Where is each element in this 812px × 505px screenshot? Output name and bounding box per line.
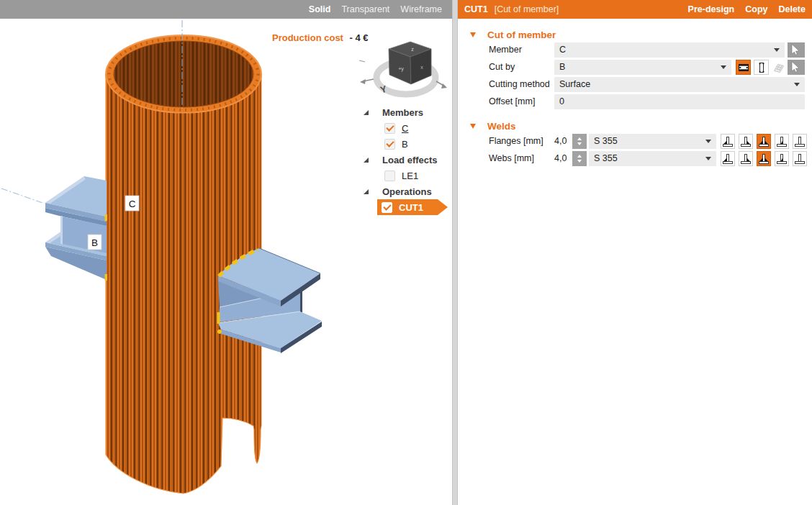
cutting-method-label: Cutting method: [489, 79, 550, 89]
spin-up-icon[interactable]: [577, 137, 582, 140]
section-title: Cut of member: [487, 29, 556, 40]
spin-down-icon[interactable]: [577, 142, 582, 145]
check-icon: [386, 139, 394, 147]
tree-section-members[interactable]: Members: [358, 104, 454, 120]
cube-face-z[interactable]: z: [411, 47, 414, 52]
cutby-member-surface-button[interactable]: [736, 60, 751, 75]
member-select[interactable]: C: [554, 42, 785, 58]
checkbox-member-b[interactable]: [384, 139, 395, 150]
row-cut-by: Cut by B: [458, 60, 812, 76]
section-cut-of-member[interactable]: Cut of member: [458, 27, 812, 42]
weld-left-icon: [721, 135, 734, 148]
delete-button[interactable]: Delete: [778, 4, 806, 14]
weld-both-icon: [757, 153, 770, 165]
webs-weld-left-button[interactable]: [721, 151, 735, 166]
member-label-b-tag: B: [88, 235, 102, 250]
check-icon: [386, 123, 394, 131]
expander-icon[interactable]: [364, 189, 369, 194]
flanges-weld-right-button[interactable]: [739, 134, 753, 149]
pre-design-button[interactable]: Pre-design: [688, 4, 735, 14]
spin-down-icon[interactable]: [577, 160, 582, 163]
flanges-weld-left-button[interactable]: [721, 134, 735, 149]
ring-arrow-left-icon[interactable]: [360, 79, 366, 84]
weld-mark-bottom-flange[interactable]: [217, 329, 222, 334]
cutby-select[interactable]: B: [554, 60, 731, 75]
production-cost-value: - 4 €: [350, 32, 369, 43]
plate-section-icon: [755, 61, 768, 74]
3d-viewport[interactable]: C B z +y x Y: [0, 19, 452, 505]
section-welds[interactable]: Welds: [458, 118, 812, 134]
webs-label: Webs [mm]: [489, 153, 534, 163]
flanges-weld-none-button[interactable]: [793, 134, 807, 149]
member-c-cylinder[interactable]: [106, 20, 261, 493]
flanges-label: Flanges [mm]: [489, 136, 543, 146]
cube-face-y[interactable]: +y: [398, 66, 404, 72]
member-b-beam-left[interactable]: [45, 176, 107, 281]
checkbox-le1[interactable]: [384, 170, 395, 181]
row-offset: Offset [mm] 0: [458, 94, 812, 110]
expander-icon[interactable]: [364, 158, 369, 163]
member-b-beam-right[interactable]: [217, 248, 322, 353]
cube-face-x[interactable]: x: [420, 65, 423, 70]
weld-right-icon: [739, 153, 752, 165]
flanges-weld-butt-button[interactable]: [775, 134, 789, 149]
checkbox-member-c[interactable]: [384, 123, 395, 134]
panel-splitter[interactable]: [452, 0, 458, 505]
navigation-cube[interactable]: z +y x Y: [359, 42, 447, 96]
3d-scene: C B z +y x Y: [0, 19, 452, 505]
webs-size-value[interactable]: 4,0: [554, 153, 573, 163]
webs-material-select[interactable]: S 355: [589, 151, 716, 166]
weld-left-icon: [721, 153, 734, 165]
webs-size-stepper[interactable]: [572, 151, 587, 166]
ring-tick-icon: [359, 60, 365, 62]
production-cost: Production cost - 4 €: [272, 32, 369, 43]
expander-icon[interactable]: [364, 110, 369, 115]
spin-up-icon[interactable]: [577, 155, 582, 158]
copy-button[interactable]: Copy: [745, 4, 767, 14]
view-mode-wireframe[interactable]: Wireframe: [400, 4, 442, 14]
cutting-method-select[interactable]: Surface: [554, 77, 805, 92]
view-mode-solid[interactable]: Solid: [309, 4, 331, 14]
section-title: Welds: [487, 121, 516, 132]
cutby-plate-button[interactable]: [754, 60, 769, 75]
offset-input[interactable]: 0: [554, 94, 805, 109]
view-mode-toolbar: Solid Transparent Wireframe: [0, 0, 452, 19]
webs-weld-both-sides-button[interactable]: [757, 151, 771, 166]
flanges-size-stepper[interactable]: [572, 134, 587, 149]
svg-text:B: B: [91, 237, 98, 248]
tree-section-load-effects[interactable]: Load effects: [358, 152, 454, 168]
operation-code: CUT1: [464, 4, 488, 14]
flanges-weld-both-sides-button[interactable]: [757, 134, 771, 149]
collapse-triangle-icon[interactable]: [470, 124, 476, 129]
svg-text:C: C: [129, 199, 136, 209]
flanges-size-value[interactable]: 4,0: [554, 136, 573, 146]
weld-butt-icon: [775, 135, 788, 148]
tree-section-operations[interactable]: Operations: [358, 183, 454, 199]
tree-item-member-c[interactable]: C: [358, 120, 454, 136]
checkbox-cut1[interactable]: [382, 202, 392, 213]
webs-weld-none-button[interactable]: [793, 151, 807, 166]
cylinder-inner-hole: [114, 41, 253, 107]
webs-weld-butt-button[interactable]: [775, 151, 789, 166]
webs-weld-right-button[interactable]: [739, 151, 753, 166]
check-icon: [383, 202, 391, 210]
weld-mark-left-bottom[interactable]: [105, 274, 108, 281]
beam-axis-line: [1, 188, 45, 204]
beam-section-icon: [737, 61, 750, 74]
tree-item-le1[interactable]: LE1: [358, 168, 454, 183]
tree-item-member-b[interactable]: B: [358, 136, 454, 152]
row-webs-weld: Webs [mm] 4,0 S 355: [458, 151, 812, 167]
collapse-triangle-icon[interactable]: [470, 32, 476, 37]
flanges-material-select[interactable]: S 355: [589, 134, 716, 149]
tree-item-cut1[interactable]: CUT1: [377, 199, 438, 215]
view-mode-transparent[interactable]: Transparent: [341, 4, 389, 14]
cutby-pick-pointer-button[interactable]: [788, 60, 805, 75]
model-tree: Members C B Load effects LE1 Operations: [358, 104, 454, 215]
weld-butt-icon: [775, 153, 788, 165]
member-pick-pointer-button[interactable]: [788, 42, 805, 58]
operation-type: [Cut of member]: [495, 4, 559, 14]
row-flanges-weld: Flanges [mm] 4,0 S 355: [458, 134, 812, 150]
row-member: Member C: [458, 42, 812, 58]
weld-mark-left-top[interactable]: [105, 214, 108, 221]
weld-none-icon: [793, 153, 806, 165]
